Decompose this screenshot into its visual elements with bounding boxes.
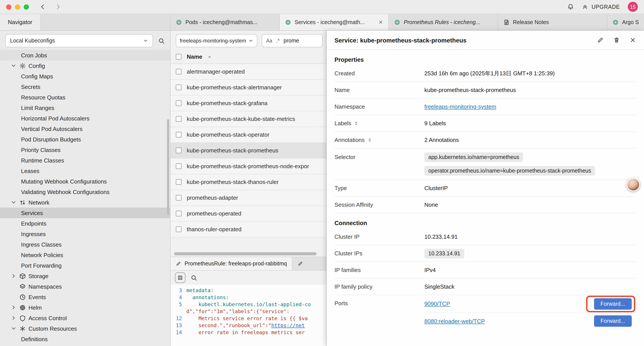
- upgrade-button[interactable]: UPGRADE: [582, 3, 620, 10]
- tab-prometheus-rules-icecheng[interactable]: Prometheus Rules - icecheng...: [389, 14, 498, 30]
- forward-button[interactable]: Forward...: [594, 315, 632, 327]
- vertical-scrollbar[interactable]: [167, 119, 169, 215]
- name-column-header[interactable]: Name: [187, 53, 202, 60]
- sidebar-item-limit-ranges[interactable]: Limit Ranges: [0, 102, 170, 113]
- window-zoom-button[interactable]: [24, 4, 29, 9]
- service-row[interactable]: alertmanager-operated: [170, 64, 326, 80]
- navigator-sidebar: Local Kubeconfigs Cron Jobs Config Confi…: [0, 31, 170, 346]
- service-row[interactable]: kube-prometheus-stack-grafana: [170, 95, 326, 111]
- row-checkbox[interactable]: [176, 100, 182, 106]
- sidebar-item-cron-jobs[interactable]: Cron Jobs: [0, 50, 170, 60]
- service-row[interactable]: kube-prometheus-stack-kube-state-metrics: [170, 111, 326, 127]
- sort-toggle-icon[interactable]: [367, 137, 372, 143]
- tab-release-notes[interactable]: Release Notes: [498, 14, 607, 30]
- notifications-bell-icon[interactable]: [568, 3, 574, 10]
- regex-toggle[interactable]: .*: [276, 38, 280, 43]
- sort-toggle-icon[interactable]: [354, 120, 359, 126]
- sidebar-item-pod-disruption-budgets[interactable]: Pod Disruption Budgets: [0, 134, 170, 145]
- tab-services-icecheng-math[interactable]: Services - icecheng@math...: [280, 14, 389, 30]
- row-checkbox[interactable]: [176, 132, 182, 137]
- sidebar-item-endpoints[interactable]: Endpoints: [0, 218, 170, 229]
- match-case-toggle[interactable]: Aa: [266, 38, 272, 43]
- sidebar-item-vertical-pod-autoscalers[interactable]: Vertical Pod Autoscalers: [0, 123, 170, 134]
- chevron-down-icon[interactable]: [10, 199, 17, 205]
- sidebar-item-secrets[interactable]: Secrets: [0, 81, 170, 92]
- row-checkbox[interactable]: [176, 148, 182, 153]
- tab-close-icon[interactable]: [378, 20, 383, 24]
- sidebar-item-helm[interactable]: Helm: [0, 302, 170, 313]
- row-checkbox[interactable]: [176, 226, 182, 232]
- user-avatar[interactable]: [626, 178, 640, 191]
- chevron-right-icon[interactable]: [10, 273, 17, 279]
- service-row[interactable]: kube-prometheus-stack-prometheus-node-ex…: [170, 159, 326, 174]
- sidebar-item-access-control[interactable]: Access Control: [0, 313, 170, 323]
- service-row[interactable]: kube-prometheus-stack-operator: [170, 127, 326, 143]
- tab-pods-icecheng-mathmas[interactable]: Pods - icecheng@mathmas...: [170, 14, 280, 30]
- sort-ascending-icon[interactable]: [208, 54, 212, 59]
- sidebar-item-config[interactable]: Config: [0, 60, 170, 71]
- sidebar-item-resource-quotas[interactable]: Resource Quotas: [0, 92, 170, 102]
- row-checkbox[interactable]: [176, 69, 182, 74]
- sidebar-item-storage[interactable]: Storage: [0, 271, 170, 281]
- delete-button[interactable]: [613, 37, 620, 43]
- kubeconfig-scope-select[interactable]: Local Kubeconfigs: [5, 34, 153, 47]
- sidebar-search-icon[interactable]: [158, 37, 165, 44]
- edit-button[interactable]: [597, 37, 604, 43]
- close-drawer-button[interactable]: [630, 37, 636, 43]
- horizontal-scrollbar[interactable]: [174, 252, 317, 255]
- sidebar-item-config-maps[interactable]: Config Maps: [0, 71, 170, 81]
- detail-row-selector: Selectorapp.kubernetes.io/name=prometheu…: [334, 148, 636, 180]
- service-row[interactable]: kube-prometheus-stack-alertmanager: [170, 80, 326, 95]
- tab-argo-s[interactable]: Argo S: [607, 14, 644, 30]
- editor-tab-active[interactable]: PrometheusRule: freeleaps-prod-rabbitmq: [170, 257, 293, 270]
- forward-nav-button[interactable]: [55, 3, 62, 10]
- chevron-down-icon[interactable]: [10, 63, 17, 69]
- editor-tab-partial[interactable]: [293, 257, 326, 270]
- sidebar-item-validating-webhook-configurations[interactable]: Validating Webhook Configurations: [0, 187, 170, 197]
- service-row[interactable]: thanos-ruler-operated: [170, 222, 326, 237]
- sidebar-item-horizontal-pod-autoscalers[interactable]: Horizontal Pod Autoscalers: [0, 113, 170, 123]
- row-checkbox[interactable]: [176, 163, 182, 169]
- row-checkbox[interactable]: [176, 195, 182, 201]
- sidebar-item-events[interactable]: Events: [0, 292, 170, 302]
- service-row[interactable]: kube-prometheus-stack-thanos-ruler: [170, 174, 326, 190]
- save-button[interactable]: [175, 272, 186, 283]
- service-row[interactable]: prometheus-operated: [170, 206, 326, 222]
- row-checkbox[interactable]: [176, 211, 182, 216]
- forward-button[interactable]: Forward...: [594, 298, 632, 310]
- sidebar-item-leases[interactable]: Leases: [0, 166, 170, 176]
- chevron-down-icon[interactable]: [10, 326, 17, 332]
- port-link[interactable]: 8080:reloader-web/TCP: [424, 318, 485, 324]
- back-button[interactable]: [40, 3, 46, 10]
- sidebar-item-label: Port Forwarding: [21, 262, 62, 269]
- namespace-select[interactable]: freeleaps-monitoring-system: [176, 34, 257, 47]
- port-link[interactable]: 9090/TCP: [424, 301, 450, 307]
- sidebar-item-namespaces[interactable]: Namespaces: [0, 281, 170, 292]
- select-all-checkbox[interactable]: [176, 54, 182, 59]
- row-checkbox[interactable]: [176, 84, 182, 90]
- sidebar-item-network-policies[interactable]: Network Policies: [0, 250, 170, 260]
- window-close-button[interactable]: [6, 4, 12, 9]
- sidebar-item-runtime-classes[interactable]: Runtime Classes: [0, 155, 170, 166]
- sidebar-item-custom-resources[interactable]: Custom Resources: [0, 323, 170, 334]
- row-checkbox[interactable]: [176, 179, 182, 185]
- yaml-editor[interactable]: 3 metadata: 4 annotations: 5 kubectl.kub…: [170, 285, 326, 346]
- sidebar-item-priority-classes[interactable]: Priority Classes: [0, 145, 170, 155]
- chevron-right-icon[interactable]: [10, 315, 17, 321]
- editor-search-button[interactable]: [191, 274, 197, 281]
- service-row[interactable]: kube-prometheus-stack-prometheus: [170, 143, 326, 159]
- sidebar-item-network[interactable]: Network: [0, 197, 170, 208]
- sidebar-item-ingresses[interactable]: Ingresses: [0, 229, 170, 239]
- service-row[interactable]: prometheus-adapter: [170, 190, 326, 206]
- search-input[interactable]: Aa .* prome: [262, 34, 323, 47]
- sidebar-item-services[interactable]: Services: [0, 208, 170, 218]
- chevron-right-icon[interactable]: [10, 304, 17, 311]
- sidebar-item-mutating-webhook-configurations[interactable]: Mutating Webhook Configurations: [0, 176, 170, 187]
- namespace-link[interactable]: freeleaps-monitoring-system: [424, 103, 496, 110]
- sidebar-item-port-forwarding[interactable]: Port Forwarding: [0, 260, 170, 271]
- notification-count-badge[interactable]: 15: [628, 2, 638, 12]
- row-checkbox[interactable]: [176, 116, 182, 122]
- window-minimize-button[interactable]: [15, 4, 20, 9]
- sidebar-item-definitions[interactable]: Definitions: [0, 334, 170, 344]
- sidebar-item-ingress-classes[interactable]: Ingress Classes: [0, 239, 170, 250]
